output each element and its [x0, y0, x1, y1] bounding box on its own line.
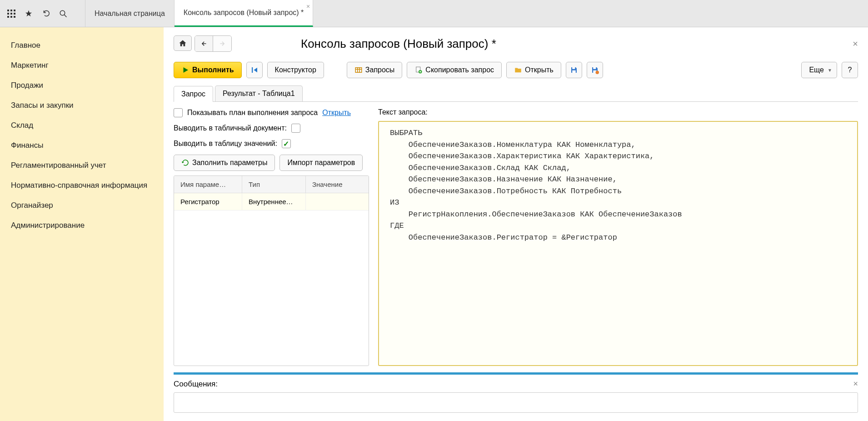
save-as-icon [591, 66, 599, 74]
svg-rect-3 [7, 13, 9, 15]
open-plan-link[interactable]: Открыть [322, 109, 351, 117]
title-row: Консоль запросов (Новый запрос) * × [174, 35, 858, 52]
sidebar-item-finance[interactable]: Финансы [0, 135, 164, 155]
copy-icon [414, 66, 423, 74]
top-bar: Начальная страница Консоль запросов (Нов… [0, 0, 868, 27]
svg-rect-18 [572, 70, 576, 73]
sidebar-item-sales[interactable]: Продажи [0, 75, 164, 95]
close-icon[interactable]: × [306, 3, 310, 10]
subtab-result[interactable]: Результат - Таблица1 [215, 85, 303, 101]
play-icon [181, 66, 190, 74]
fill-params-button[interactable]: Заполнить параметры [174, 155, 275, 171]
query-label: Текст запроса: [378, 108, 858, 116]
button-label: Запросы [365, 66, 395, 74]
step-button[interactable] [246, 62, 263, 78]
copy-query-button[interactable]: Скопировать запрос [407, 62, 502, 78]
svg-rect-6 [7, 16, 9, 18]
svg-rect-7 [10, 16, 12, 18]
save-button[interactable] [566, 62, 582, 78]
forward-button [213, 36, 231, 51]
svg-point-21 [595, 71, 599, 75]
back-button[interactable] [195, 36, 213, 51]
col-value[interactable]: Значение [306, 176, 369, 193]
button-label: Открыть [525, 66, 554, 74]
sidebar: Главное Маркетинг Продажи Запасы и закуп… [0, 27, 164, 421]
save-as-button[interactable] [587, 62, 603, 78]
work-area: Показывать план выполнения запроса Откры… [174, 102, 858, 366]
sidebar-item-admin[interactable]: Администрирование [0, 216, 164, 236]
query-text-input[interactable]: ВЫБРАТЬ ОбеспечениеЗаказов.Номенклатура … [378, 121, 858, 366]
toolbar: Выполнить Конструктор Запросы Скопироват… [174, 62, 858, 78]
messages-header: Сообщения: × [174, 379, 858, 389]
button-label: Импорт параметров [287, 159, 355, 167]
svg-line-10 [64, 15, 66, 17]
cell-name: Регистратор [174, 193, 242, 210]
svg-rect-5 [14, 13, 15, 15]
table-header: Имя параме… Тип Значение [174, 176, 369, 193]
tab-label: Консоль запросов (Новый запрос) * [184, 9, 304, 17]
open-button[interactable]: Открыть [506, 62, 561, 78]
more-button[interactable]: Еще [801, 62, 837, 78]
output-table-checkbox[interactable] [282, 139, 291, 148]
table-icon [354, 66, 363, 74]
sidebar-item-organizer[interactable]: Органайзер [0, 195, 164, 216]
tab-start-page[interactable]: Начальная страница [85, 0, 175, 27]
window-tabs: Начальная страница Консоль запросов (Нов… [85, 0, 313, 27]
help-icon: ? [848, 66, 852, 74]
query-panel: Текст запроса: ВЫБРАТЬ ОбеспечениеЗаказо… [378, 108, 858, 366]
step-icon [250, 66, 259, 74]
table-row[interactable]: Регистратор Внутреннее… [174, 193, 369, 210]
history-icon[interactable] [41, 9, 51, 19]
page-title: Консоль запросов (Новый запрос) * [301, 37, 496, 51]
svg-rect-17 [572, 67, 575, 69]
col-type[interactable]: Тип [242, 176, 306, 193]
execute-button[interactable]: Выполнить [174, 62, 242, 78]
svg-rect-4 [10, 13, 12, 15]
separator[interactable] [174, 372, 858, 375]
button-label: Еще [809, 66, 824, 74]
sidebar-item-reference[interactable]: Нормативно-справочная информация [0, 175, 164, 195]
tab-label: Начальная страница [95, 10, 165, 18]
queries-button[interactable]: Запросы [347, 62, 403, 78]
svg-rect-19 [593, 67, 596, 69]
close-messages-icon[interactable]: × [853, 379, 858, 389]
sidebar-item-marketing[interactable]: Маркетинг [0, 55, 164, 75]
svg-rect-2 [14, 10, 15, 11]
messages-box[interactable] [174, 392, 858, 413]
refresh-icon [181, 159, 190, 167]
sidebar-item-stock[interactable]: Запасы и закупки [0, 95, 164, 115]
folder-open-icon [514, 66, 522, 74]
search-icon[interactable] [58, 9, 68, 19]
button-label: Скопировать запрос [425, 66, 494, 74]
close-page-icon[interactable]: × [853, 39, 858, 49]
sub-tabs: Запрос Результат - Таблица1 [174, 85, 858, 102]
button-label: Конструктор [275, 66, 316, 74]
svg-rect-1 [10, 10, 12, 11]
svg-rect-11 [355, 68, 362, 73]
show-plan-checkbox[interactable] [174, 108, 183, 117]
import-params-button[interactable]: Импорт параметров [279, 155, 363, 171]
topbar-actions [0, 0, 85, 27]
svg-rect-8 [14, 16, 15, 18]
col-name[interactable]: Имя параме… [174, 176, 242, 193]
cell-value [306, 193, 369, 210]
favorites-icon[interactable] [24, 9, 34, 19]
cell-type: Внутреннее… [242, 193, 306, 210]
svg-point-9 [60, 10, 65, 15]
param-table: Имя параме… Тип Значение Регистратор Вну… [174, 175, 369, 366]
apps-icon[interactable] [6, 9, 16, 19]
option-label: Выводить в таблицу значений: [174, 140, 277, 148]
sidebar-item-regulated[interactable]: Регламентированный учет [0, 155, 164, 175]
help-button[interactable]: ? [842, 62, 858, 78]
content-area: Консоль запросов (Новый запрос) * × Выпо… [164, 27, 868, 421]
tab-query-console[interactable]: Консоль запросов (Новый запрос) * × [175, 0, 313, 27]
subtab-query[interactable]: Запрос [174, 86, 213, 102]
sidebar-item-main[interactable]: Главное [0, 35, 164, 55]
output-tabular-checkbox[interactable] [291, 124, 300, 133]
sidebar-item-warehouse[interactable]: Склад [0, 115, 164, 135]
option-label: Выводить в табличный документ: [174, 124, 287, 132]
option-label: Показывать план выполнения запроса [187, 109, 318, 117]
home-button[interactable] [174, 35, 192, 51]
messages-label: Сообщения: [174, 380, 218, 389]
constructor-button[interactable]: Конструктор [267, 62, 324, 78]
